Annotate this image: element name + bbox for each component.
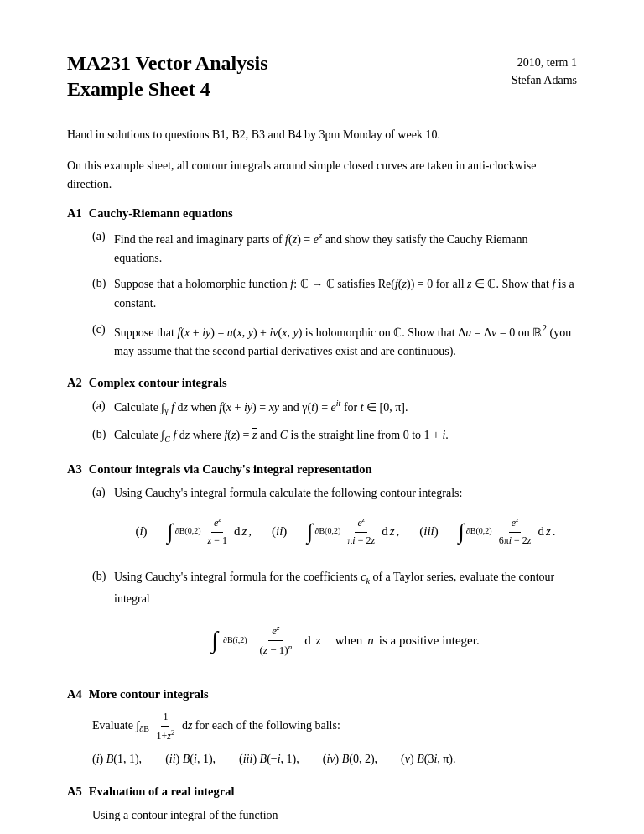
a3-int-i-label: (i) <box>135 521 147 542</box>
a4-ball-ii: (ii) B(i, 1), <box>165 749 216 769</box>
a4-ball-v: (v) B(3i, π). <box>401 749 455 769</box>
a4-content: Evaluate ∫∂B 1 1+z2 dz for each of the f… <box>92 708 577 769</box>
a3-int-iii-label: (iii) <box>419 521 439 542</box>
page-header: MA231 Vector Analysis Example Sheet 4 20… <box>67 50 577 102</box>
a3-int-ii-label: (ii) <box>272 521 287 542</box>
a2-q-b: (b) Calculate ∫C f dz where f(z) = z and… <box>92 425 577 446</box>
page-title: MA231 Vector Analysis Example Sheet 4 <box>67 50 268 102</box>
a4-ball-i: (i) B(1, 1), <box>92 749 142 769</box>
intro-line2: On this example sheet, all contour integ… <box>67 157 577 195</box>
section-a4: A4More contour integrals Evaluate ∫∂B 1 … <box>67 687 577 769</box>
section-a5-title: A5Evaluation of a real integral <box>67 784 577 799</box>
term-info: 2010, term 1 <box>512 54 577 71</box>
a3-int-iii: ∫ ∂B(0,2) ez 6πi − 2z dz. <box>459 514 556 550</box>
section-a1: A1Cauchy-Riemann equations (a) Find the … <box>67 206 577 362</box>
section-a4-title: A4More contour integrals <box>67 687 577 701</box>
a4-balls-row: (i) B(1, 1), (ii) B(i, 1), (iii) B(−i, 1… <box>92 749 577 769</box>
section-a3: A3Contour integrals via Cauchy's integra… <box>67 462 577 673</box>
section-a1-title: A1Cauchy-Riemann equations <box>67 206 577 221</box>
section-a3-title: A3Contour integrals via Cauchy's integra… <box>67 462 577 477</box>
a3-q-b: (b) Using Cauchy's integral formula for … <box>92 567 577 672</box>
a1-q-a: (a) Find the real and imaginary parts of… <box>92 227 577 268</box>
a4-ball-iii: (iii) B(−i, 1), <box>239 749 299 769</box>
a3-integrals-row: (i) ∫ ∂B(0,2) ez z − 1 dz, (ii) ∫ <box>114 514 577 550</box>
a1-q-c: (c) Suppose that f(x + iy) = u(x, y) + i… <box>92 321 577 362</box>
section-a5: A5Evaluation of a real integral Using a … <box>67 784 577 834</box>
a4-ball-iv: (iv) B(0, 2), <box>323 749 377 769</box>
a2-q-a: (a) Calculate ∫γ f dz when f(x + iy) = x… <box>92 397 577 419</box>
a3-questions: (a) Using Cauchy's integral formula calc… <box>92 483 577 673</box>
a3-int-i: ∫ ∂B(0,2) ez z − 1 dz, <box>168 514 252 550</box>
section-a2-title: A2Complex contour integrals <box>67 376 577 390</box>
a3-q-a: (a) Using Cauchy's integral formula calc… <box>92 483 577 561</box>
a3-large-integral: ∫ ∂B(i,2) ez (z − 1)n dz when n is a pos… <box>114 622 577 659</box>
a5-content: Using a contour integral of the function… <box>92 805 577 834</box>
title-block: MA231 Vector Analysis Example Sheet 4 <box>67 50 268 102</box>
intro-line1: Hand in solutions to questions B1, B2, B… <box>67 126 577 144</box>
author-name: Stefan Adams <box>512 71 577 89</box>
a1-q-b: (b) Suppose that a holomorphic function … <box>92 274 577 313</box>
a3-int-ii: ∫ ∂B(0,2) ez πi − 2z dz, <box>307 514 399 550</box>
a1-questions: (a) Find the real and imaginary parts of… <box>92 227 577 362</box>
a2-questions: (a) Calculate ∫γ f dz when f(x + iy) = x… <box>92 397 577 446</box>
meta-block: 2010, term 1 Stefan Adams <box>512 50 577 89</box>
section-a2: A2Complex contour integrals (a) Calculat… <box>67 376 577 446</box>
